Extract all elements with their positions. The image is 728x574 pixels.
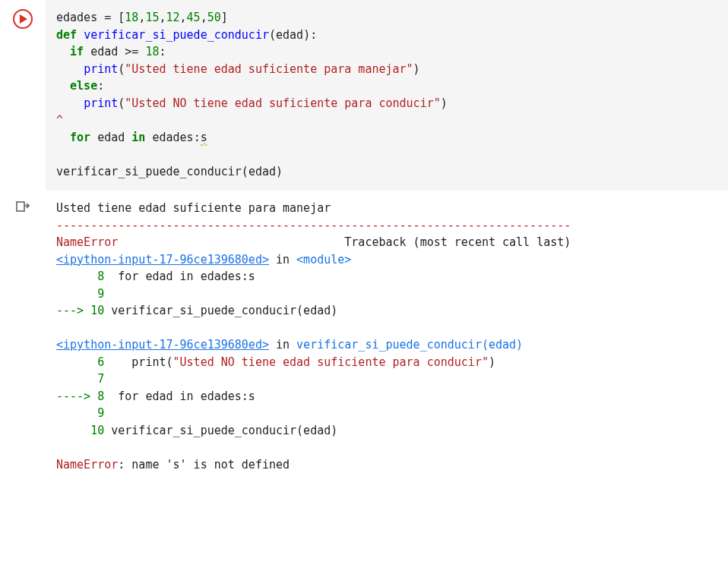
code-token: = [ [97, 11, 125, 24]
traceback-lineno: 6 [97, 355, 104, 369]
traceback-header: Traceback (most recent call last) [344, 235, 571, 249]
code-token: for [70, 131, 90, 144]
code-token [56, 79, 70, 93]
traceback-code: for edad in edades:s [104, 270, 255, 283]
code-token: edades [56, 11, 97, 24]
traceback-lineno: 8 [97, 390, 104, 403]
code-token: ( [118, 62, 125, 76]
code-token: 50 [207, 11, 221, 24]
code-token: >= [118, 45, 145, 58]
code-token [56, 62, 84, 76]
code-token: else [70, 79, 97, 93]
code-token: ): [303, 28, 317, 42]
code-token: ( [269, 28, 276, 42]
code-token: in [131, 131, 145, 144]
code-token: , [159, 11, 166, 24]
code-token: 18 [125, 11, 138, 24]
traceback-code: print( [104, 355, 173, 369]
code-token: : [97, 79, 104, 93]
code-token: print [84, 96, 118, 110]
code-token: : [159, 45, 166, 58]
code-token: edad [276, 28, 303, 42]
code-token [84, 45, 90, 58]
code-token: : [194, 131, 201, 144]
code-token [56, 131, 70, 144]
code-token: , [201, 11, 207, 24]
output-area: Usted tiene edad suficiente para manejar… [46, 191, 728, 484]
code-token: edades [152, 131, 193, 144]
code-token: 15 [145, 11, 159, 24]
traceback-code: ) [489, 355, 495, 369]
code-cell: edades = [18,15,12,45,50] def verificar_… [0, 0, 728, 191]
code-token: 45 [187, 11, 201, 24]
code-content: edades = [18,15,12,45,50] def verificar_… [56, 9, 714, 180]
traceback-text: in [269, 338, 296, 352]
traceback-code: "Usted NO tiene edad suficiente para con… [173, 355, 489, 369]
traceback-lineno: 8 [97, 270, 104, 283]
code-token [56, 45, 70, 58]
code-editor[interactable]: edades = [18,15,12,45,50] def verificar_… [46, 0, 728, 191]
traceback-function: verificar_si_puede_conducir [296, 338, 482, 352]
traceback-divider: ----------------------------------------… [56, 219, 571, 232]
code-token: def [56, 28, 84, 42]
traceback-lineno: 9 [97, 406, 104, 420]
code-token: if [70, 45, 84, 58]
traceback-text: in [269, 253, 296, 266]
code-token: ( [242, 165, 248, 178]
code-token [90, 131, 97, 144]
cell-gutter [0, 0, 46, 191]
traceback-link[interactable]: <ipython-input-17-96ce139680ed> [56, 338, 269, 352]
svg-rect-0 [17, 202, 24, 211]
traceback-lineno: 10 [90, 304, 104, 317]
error-message: : name 's' is not defined [118, 458, 290, 472]
output-gutter [0, 191, 46, 484]
play-icon [19, 14, 27, 24]
error-name: NameError [56, 235, 118, 249]
lint-warning-marker: ^ [56, 113, 63, 127]
code-token [125, 131, 131, 144]
run-button[interactable] [13, 9, 33, 29]
error-name: NameError [56, 458, 118, 472]
code-token: , [180, 11, 187, 24]
code-token: s [201, 131, 207, 144]
code-token: verificar_si_puede_conducir [84, 28, 269, 42]
traceback-arrow: ----> [56, 390, 97, 403]
traceback-lineno: 10 [90, 424, 104, 437]
output-section: Usted tiene edad suficiente para manejar… [0, 191, 728, 484]
code-token: edad [248, 165, 276, 178]
code-token: ) [413, 62, 420, 76]
code-token: print [84, 62, 118, 76]
traceback-module: <module> [296, 253, 351, 266]
output-icon[interactable] [16, 200, 30, 484]
stdout-line: Usted tiene edad suficiente para manejar [56, 201, 331, 215]
traceback-code: verificar_si_puede_conducir(edad) [104, 304, 337, 317]
code-token: verificar_si_puede_conducir [56, 165, 242, 178]
traceback-lineno: 7 [97, 372, 104, 386]
traceback-link[interactable]: <ipython-input-17-96ce139680ed> [56, 253, 269, 266]
code-token: "Usted NO tiene edad suficiente para con… [125, 96, 440, 110]
code-token: 12 [166, 11, 180, 24]
code-token: ) [276, 165, 283, 178]
code-token: ] [221, 11, 228, 24]
traceback-arrow: ---> [56, 304, 90, 317]
code-token: edad [97, 131, 125, 144]
code-token: "Usted tiene edad suficiente para maneja… [125, 62, 413, 76]
code-token: edad [90, 45, 118, 58]
code-token [56, 96, 84, 110]
output-content: Usted tiene edad suficiente para manejar… [56, 200, 714, 473]
traceback-code: for edad in edades:s [104, 390, 255, 403]
code-token: ( [118, 96, 125, 110]
traceback-lineno: 9 [97, 287, 104, 301]
code-token: ) [441, 96, 448, 110]
traceback-code: verificar_si_puede_conducir(edad) [104, 424, 337, 437]
traceback-text: (edad) [482, 338, 523, 352]
code-token: 18 [145, 45, 159, 58]
